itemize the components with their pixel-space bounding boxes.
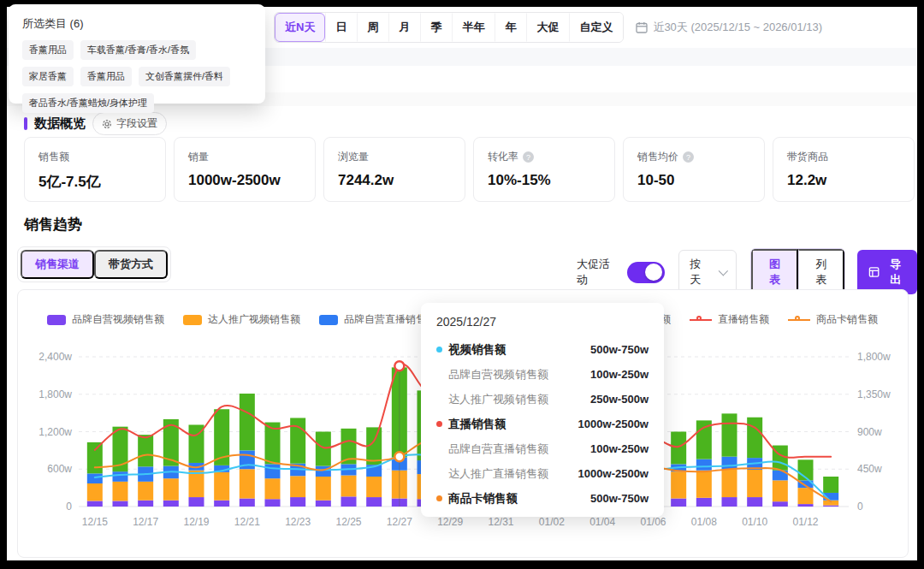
- time-option-自定义[interactable]: 自定义: [569, 13, 623, 42]
- tooltip-rows: 视频销售额500w-750w品牌自营视频销售额100w-250w达人推广视频销售…: [436, 337, 649, 511]
- svg-text:12/31: 12/31: [488, 516, 513, 528]
- field-settings-button[interactable]: 字段设置: [92, 112, 167, 135]
- metric-value: 10%-15%: [488, 172, 601, 189]
- tooltip-row-达人推广直播销售额: 达人推广直播销售额1000w-2500w: [436, 461, 649, 486]
- svg-text:01/08: 01/08: [691, 516, 717, 528]
- time-option-半年[interactable]: 半年: [452, 13, 495, 42]
- help-icon[interactable]: ?: [523, 151, 534, 163]
- help-icon[interactable]: ?: [683, 151, 694, 163]
- time-option-近N天[interactable]: 近N天: [275, 13, 325, 42]
- legend-item-直播销售额[interactable]: 直播销售额: [690, 312, 769, 327]
- time-granularity-group: 近N天日周月季半年年大促自定义: [274, 12, 624, 43]
- metric-label: 带货商品: [787, 150, 900, 164]
- metric-card-销量: 销量1000w-2500w: [174, 137, 316, 202]
- export-button[interactable]: 导出: [857, 250, 917, 294]
- category-tag-list: 香薰用品车载香薰/香膏/香水/香氛家居香薰香薰用品文创香薰摆件/香料奢品香水/香…: [22, 40, 252, 113]
- svg-text:1,350w: 1,350w: [857, 388, 891, 400]
- metric-card-带货商品: 带货商品12.2w: [773, 137, 915, 202]
- svg-text:12/19: 12/19: [183, 516, 209, 528]
- svg-text:12/23: 12/23: [285, 516, 311, 528]
- chart-tooltip: 2025/12/27 视频销售额500w-750w品牌自营视频销售额100w-2…: [421, 303, 664, 517]
- svg-text:01/12: 01/12: [792, 516, 818, 528]
- view-option-图表[interactable]: 图表: [751, 249, 798, 295]
- series-dot: [436, 421, 442, 427]
- granularity-select[interactable]: 按天: [678, 250, 737, 294]
- category-tag[interactable]: 家居香薰: [22, 67, 74, 86]
- tab-带货方式[interactable]: 带货方式: [94, 250, 168, 279]
- tooltip-row-直播销售额: 直播销售额1000w-2500w: [436, 412, 649, 436]
- legend-swatch: [183, 315, 202, 325]
- time-option-日[interactable]: 日: [325, 13, 357, 42]
- metric-value: 12.2w: [787, 172, 900, 189]
- view-option-列表[interactable]: 列表: [798, 249, 844, 295]
- time-option-年[interactable]: 年: [495, 13, 526, 42]
- svg-text:01/10: 01/10: [742, 516, 767, 528]
- metric-value: 7244.2w: [338, 172, 451, 189]
- category-tag[interactable]: 奢品香水/香薰蜡烛/身体护理: [22, 93, 154, 113]
- legend-line-marker: [690, 316, 712, 324]
- metric-value: 5亿-7.5亿: [38, 172, 151, 192]
- time-option-月[interactable]: 月: [388, 13, 420, 42]
- date-range-display[interactable]: 近30天 (2025/12/15 ~ 2026/01/13): [636, 20, 822, 35]
- field-settings-label: 字段设置: [116, 116, 157, 131]
- metric-card-销售额: 销售额5亿-7.5亿: [24, 137, 166, 202]
- trend-section-title: 销售趋势: [24, 215, 82, 234]
- selected-categories-popup: 所选类目 (6) 香薰用品车载香薰/香膏/香水/香氛家居香薰香薰用品文创香薰摆件…: [9, 4, 265, 104]
- overview-section-header: 数据概览 字段设置: [24, 112, 167, 135]
- metric-value: 1000w-2500w: [188, 172, 301, 189]
- promo-toggle[interactable]: [627, 262, 665, 283]
- date-range-text: 近30天 (2025/12/15 ~ 2026/01/13): [653, 20, 822, 35]
- svg-text:12/29: 12/29: [437, 516, 463, 528]
- tooltip-row-品牌自营视频销售额: 品牌自营视频销售额100w-250w: [436, 362, 649, 387]
- popup-title: 所选类目 (6): [22, 16, 252, 32]
- screenshot-stage: 近N天日周月季半年年大促自定义 近30天 (2025/12/15 ~ 2026/…: [0, 0, 924, 569]
- calendar-icon: [636, 21, 648, 33]
- svg-text:0: 0: [66, 501, 72, 513]
- time-option-季[interactable]: 季: [420, 13, 452, 42]
- metric-label: 销售均价?: [637, 150, 750, 164]
- promo-toggle-label: 大促活动: [577, 257, 619, 287]
- svg-text:900w: 900w: [857, 426, 882, 438]
- tooltip-row-达人推广视频销售额: 达人推广视频销售额250w-500w: [436, 387, 649, 412]
- svg-text:12/21: 12/21: [234, 516, 260, 528]
- svg-text:01/02: 01/02: [539, 516, 565, 528]
- gear-icon: [102, 119, 112, 129]
- category-tag[interactable]: 香薰用品: [22, 40, 74, 60]
- svg-text:12/15: 12/15: [82, 516, 108, 528]
- export-file-icon: [868, 266, 880, 278]
- tooltip-row-品牌自营直播销售额: 品牌自营直播销售额100w-250w: [436, 436, 649, 461]
- svg-text:01/04: 01/04: [589, 516, 615, 528]
- legend-item-商品卡销售额[interactable]: 商品卡销售额: [788, 312, 878, 327]
- svg-text:1,800w: 1,800w: [857, 351, 891, 363]
- metric-card-转化率: 转化率?10%-15%: [473, 137, 615, 202]
- legend-swatch: [319, 315, 338, 325]
- legend-item-品牌自营直播销售额[interactable]: 品牌自营直播销售额: [319, 312, 436, 327]
- legend-item-品牌自营视频销售额[interactable]: 品牌自营视频销售额: [47, 312, 164, 327]
- svg-text:01/06: 01/06: [640, 516, 666, 528]
- svg-text:1,200w: 1,200w: [38, 426, 72, 438]
- legend-item-达人推广视频销售额[interactable]: 达人推广视频销售额: [183, 312, 300, 327]
- toggle-knob: [645, 264, 662, 281]
- overview-title: 数据概览: [34, 116, 86, 132]
- time-option-大促[interactable]: 大促: [526, 13, 569, 42]
- tooltip-date: 2025/12/27: [436, 315, 649, 329]
- metric-label: 转化率?: [488, 150, 601, 164]
- section-accent-bar: [24, 117, 27, 130]
- time-option-周[interactable]: 周: [357, 13, 388, 42]
- category-tag[interactable]: 文创香薰摆件/香料: [139, 67, 230, 86]
- svg-text:0: 0: [857, 501, 863, 513]
- tab-销售渠道[interactable]: 销售渠道: [21, 250, 94, 279]
- svg-text:450w: 450w: [857, 463, 882, 475]
- metric-label: 销量: [188, 150, 301, 164]
- category-tag[interactable]: 香薰用品: [80, 67, 132, 86]
- tooltip-row-视频销售额: 视频销售额500w-750w: [436, 337, 649, 362]
- svg-text:12/25: 12/25: [335, 516, 361, 528]
- metric-label: 销售额: [38, 150, 151, 164]
- category-tag[interactable]: 车载香薰/香膏/香水/香氛: [80, 40, 196, 60]
- metric-card-浏览量: 浏览量7244.2w: [323, 137, 465, 202]
- chevron-down-icon: [719, 266, 728, 276]
- series-dot: [436, 347, 442, 353]
- metric-cards-row: 销售额5亿-7.5亿销量1000w-2500w浏览量7244.2w转化率?10%…: [24, 137, 915, 202]
- metric-value: 10-50: [637, 172, 750, 189]
- time-range-bar: 近N天日周月季半年年大促自定义 近30天 (2025/12/15 ~ 2026/…: [274, 12, 822, 43]
